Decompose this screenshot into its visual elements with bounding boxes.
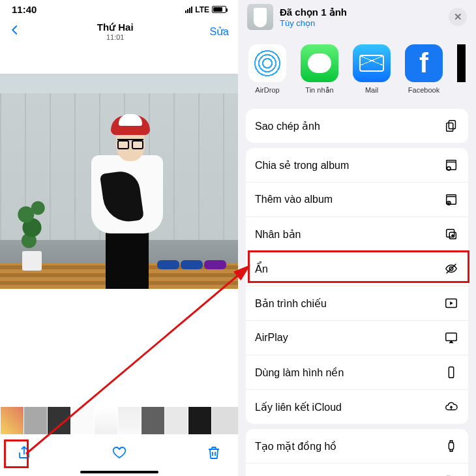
page-title: Thứ Hai [97,22,134,33]
close-button[interactable]: ✕ [449,8,467,26]
share-sheet: Đã chọn 1 ảnh Tùy chọn ✕ AirDrop Tin nhắ… [238,0,476,476]
thumb[interactable] [0,407,23,434]
icloud-link-icon [443,399,459,415]
duplicate-icon [443,226,459,242]
action-row-add-album[interactable]: Thêm vào album [246,183,468,217]
action-label: Tạo mặt đồng hồ [255,440,336,453]
action-label: Ẩn [255,263,268,275]
sheet-options-link[interactable]: Tùy chọn [280,18,442,28]
edit-button[interactable]: Sửa [209,25,229,38]
facebook-icon: f [405,44,443,82]
svg-rect-13 [449,443,453,450]
page-subtitle: 11:01 [97,33,134,41]
mail-icon [353,44,391,82]
action-row-duplicate[interactable]: Nhân bản [246,217,468,252]
thumb[interactable] [117,407,141,434]
app-label: Mail [365,86,378,94]
favorite-button[interactable] [111,444,128,461]
photos-detail-screen: 11:40 LTE Thứ Hai 11:01 Sửa [0,0,238,476]
action-row-icloud-link[interactable]: Lấy liên kết iCloud [246,390,468,424]
wallpaper-icon [443,364,459,380]
status-right: LTE [185,5,226,14]
action-row-shared-album[interactable]: Chia sẻ trong album [246,148,468,183]
action-label: Sao chép ảnh [255,120,320,132]
shared-album-icon [443,157,459,173]
thumb[interactable] [47,407,70,434]
status-time: 11:40 [12,4,37,15]
action-row-airplay[interactable]: AirPlay [246,321,468,355]
airdrop-icon [248,44,286,82]
action-row-watch-face[interactable]: Tạo mặt đồng hồ [246,429,468,464]
action-label: AirPlay [255,332,288,344]
copy-icon [443,118,459,134]
app-mail[interactable]: Mail [353,44,391,95]
messages-icon [301,44,338,82]
sheet-header: Đã chọn 1 ảnh Tùy chọn ✕ [238,0,476,33]
sheet-thumbnail [247,4,273,30]
action-row-hide[interactable]: Ẩn [246,252,468,286]
svg-rect-12 [449,367,453,378]
files-icon [443,473,459,476]
app-facebook[interactable]: f Facebook [405,44,443,95]
app-label: Tin nhắn [305,86,333,95]
action-label: Chia sẻ trong album [255,159,349,171]
app-messages[interactable]: Tin nhắn [301,44,338,95]
battery-icon [212,6,226,13]
share-button[interactable] [16,444,33,461]
action-group: Tạo mặt đồng hồLưu vào Tệp [246,429,468,476]
app-tiktok[interactable] [457,44,466,95]
action-row-wallpaper[interactable]: Dùng làm hình nền [246,355,468,390]
action-row-files[interactable]: Lưu vào Tệp [246,464,468,476]
action-row-copy[interactable]: Sao chép ảnh [246,109,468,143]
svg-rect-4 [447,196,456,204]
action-label: Dùng làm hình nền [255,366,344,379]
thumb[interactable] [211,407,238,434]
hide-icon [443,261,459,276]
app-label: AirDrop [255,86,279,94]
status-bar: 11:40 LTE [0,0,238,16]
action-label: Lấy liên kết iCloud [255,401,342,413]
watch-face-icon [443,438,459,454]
thumb[interactable] [188,407,211,434]
action-label: Thêm vào album [255,194,333,205]
thumb[interactable] [70,407,94,434]
svg-rect-0 [449,121,455,129]
sheet-title: Đã chọn 1 ảnh [280,7,442,18]
thumb[interactable] [94,407,117,434]
bottom-toolbar [0,439,238,466]
home-indicator[interactable] [80,471,158,473]
thumb[interactable] [141,407,164,434]
svg-rect-1 [447,123,453,131]
action-label: Nhân bản [255,228,301,241]
action-row-slideshow[interactable]: Bản trình chiếu [246,286,468,321]
trash-button[interactable] [205,444,222,461]
photo-viewer[interactable] [0,45,238,289]
svg-rect-2 [447,162,456,170]
nav-bar: Thứ Hai 11:01 Sửa [0,16,238,45]
thumb[interactable] [23,407,47,434]
action-group: Chia sẻ trong albumThêm vào albumNhân bả… [246,148,468,424]
action-label: Bản trình chiếu [255,297,327,310]
app-label: Facebook [408,86,439,94]
signal-icon [185,7,192,13]
share-apps-row[interactable]: AirDrop Tin nhắn Mail f Facebook [238,33,476,104]
thumb[interactable] [164,407,188,434]
app-airdrop[interactable]: AirDrop [248,44,286,95]
slideshow-icon [443,295,459,311]
thumbnail-strip[interactable] [0,407,238,434]
action-group: Sao chép ảnh [246,109,468,143]
tiktok-icon [457,44,466,82]
back-button[interactable] [9,23,21,40]
svg-rect-11 [446,333,457,341]
photo-content [0,74,238,289]
add-album-icon [443,192,459,207]
airplay-icon [443,330,459,346]
network-label: LTE [195,5,209,14]
